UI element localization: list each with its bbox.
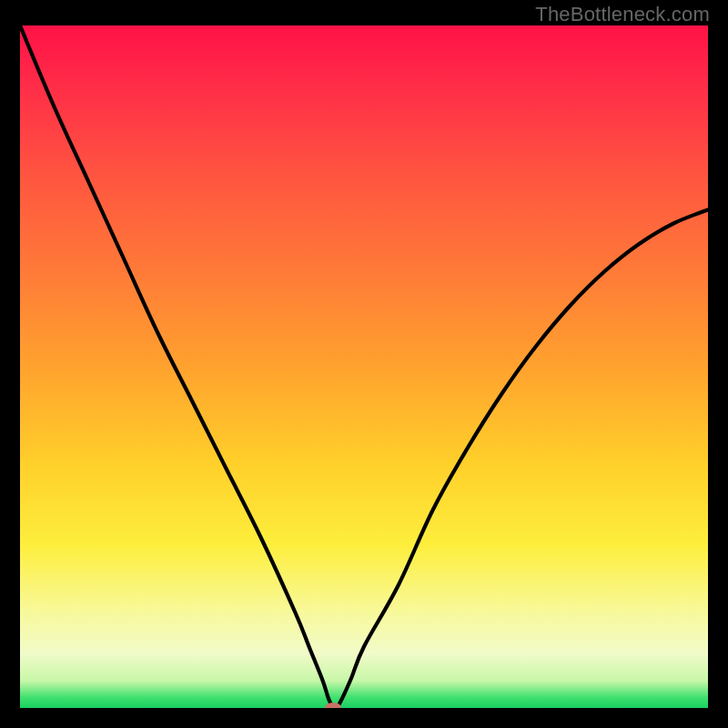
plot-area bbox=[20, 25, 708, 708]
curve-minimum-marker bbox=[325, 703, 341, 708]
chart-stage: TheBottleneck.com bbox=[0, 0, 728, 728]
bottleneck-curve bbox=[20, 25, 708, 708]
watermark-text: TheBottleneck.com bbox=[535, 3, 710, 26]
